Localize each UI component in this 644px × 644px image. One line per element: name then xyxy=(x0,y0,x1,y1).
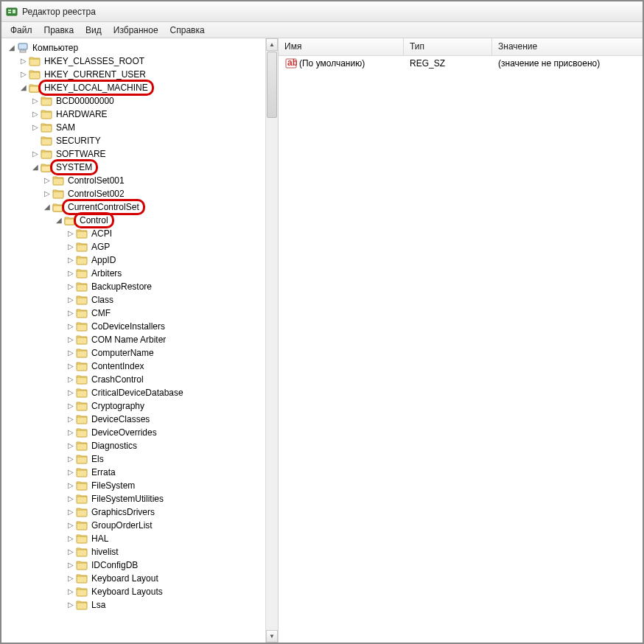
expand-toggle[interactable]: ▷ xyxy=(66,267,75,280)
expand-toggle[interactable]: ▷ xyxy=(66,572,75,585)
expand-toggle[interactable]: ▷ xyxy=(31,108,40,121)
tree-control-child[interactable]: ▷ HAL xyxy=(4,532,276,545)
scroll-up-button[interactable]: ▲ xyxy=(266,38,278,51)
tree-sam[interactable]: ▷ SAM xyxy=(4,121,276,134)
tree-control-child[interactable]: ▷ CoDeviceInstallers xyxy=(4,320,276,333)
menu-edit[interactable]: Правка xyxy=(38,24,80,37)
menu-favorites[interactable]: Избранное xyxy=(108,24,164,37)
scroll-thumb[interactable] xyxy=(267,52,277,118)
expand-toggle[interactable]: ◢ xyxy=(7,41,16,55)
column-header-type[interactable]: Тип xyxy=(404,38,492,55)
expand-toggle[interactable]: ▷ xyxy=(66,532,75,545)
tree-control-child[interactable]: ▷ BackupRestore xyxy=(4,280,276,293)
registry-tree[interactable]: ◢ Компьютер ▷ HKEY_CLASSES_ROOT ▷ HKEY_C… xyxy=(1,38,278,615)
scroll-down-button[interactable]: ▼ xyxy=(266,630,278,643)
expand-toggle[interactable]: ▷ xyxy=(31,94,40,108)
menu-view[interactable]: Вид xyxy=(80,24,108,37)
tree-control-child[interactable]: ▷ ContentIndex xyxy=(4,360,276,373)
menu-file[interactable]: Файл xyxy=(4,24,38,37)
values-list[interactable]: ab (По умолчанию) REG_SZ (значение не пр… xyxy=(279,56,643,643)
tree-control-child[interactable]: ▷ Els xyxy=(4,452,276,466)
expand-toggle[interactable]: ▷ xyxy=(66,386,75,399)
expand-toggle[interactable]: ▷ xyxy=(66,333,75,346)
expand-toggle[interactable]: ▷ xyxy=(66,545,75,559)
tree-system[interactable]: ◢ SYSTEM xyxy=(4,161,276,174)
expand-toggle[interactable]: ▷ xyxy=(66,240,75,253)
expand-toggle[interactable]: ▷ xyxy=(19,68,28,81)
expand-toggle[interactable]: ▷ xyxy=(66,320,75,333)
expand-toggle[interactable]: ▷ xyxy=(66,307,75,320)
expand-toggle[interactable]: ▷ xyxy=(66,479,75,492)
menu-help[interactable]: Справка xyxy=(164,24,211,37)
expand-toggle[interactable]: ▷ xyxy=(66,399,75,413)
tree-control-child[interactable]: ▷ hivelist xyxy=(4,545,276,559)
column-header-value[interactable]: Значение xyxy=(492,38,643,55)
tree-currentcontrolset[interactable]: ◢ CurrentControlSet xyxy=(4,200,276,214)
expand-toggle[interactable]: ◢ xyxy=(31,161,40,174)
tree-control-child[interactable]: ▷ IDConfigDB xyxy=(4,559,276,572)
tree-control-child[interactable]: ▷ ACPI xyxy=(4,227,276,240)
tree-control-child[interactable]: ▷ ComputerName xyxy=(4,346,276,360)
expand-toggle[interactable]: ▷ xyxy=(66,559,75,572)
expand-toggle[interactable]: ▷ xyxy=(66,466,75,479)
expand-toggle[interactable]: ▷ xyxy=(31,121,40,134)
tree-control-child[interactable]: ▷ AGP xyxy=(4,240,276,253)
expand-toggle[interactable]: ▷ xyxy=(43,187,52,200)
value-row[interactable]: ab (По умолчанию) REG_SZ (значение не пр… xyxy=(279,56,643,71)
tree-control-child[interactable]: ▷ Keyboard Layout xyxy=(4,572,276,585)
tree-cs002[interactable]: ▷ ControlSet002 xyxy=(4,187,276,200)
expand-toggle[interactable]: ▷ xyxy=(19,55,28,68)
expand-toggle[interactable]: ▷ xyxy=(66,227,75,240)
tree-control-child[interactable]: ▷ COM Name Arbiter xyxy=(4,333,276,346)
tree-control-child[interactable]: ▷ DeviceClasses xyxy=(4,413,276,426)
expand-toggle[interactable]: ▷ xyxy=(43,174,52,187)
expand-toggle[interactable]: ▷ xyxy=(66,519,75,532)
expand-toggle[interactable]: ▷ xyxy=(66,253,75,267)
tree-control-child[interactable]: ▷ GraphicsDrivers xyxy=(4,505,276,519)
tree-control-child[interactable]: ▷ FileSystemUtilities xyxy=(4,492,276,505)
tree-hkcr[interactable]: ▷ HKEY_CLASSES_ROOT xyxy=(4,55,276,68)
tree-control-child[interactable]: ▷ CriticalDeviceDatabase xyxy=(4,386,276,399)
tree-control-child[interactable]: ▷ GroupOrderList xyxy=(4,519,276,532)
tree-scrollbar[interactable]: ▲ ▼ xyxy=(265,38,278,643)
tree-control[interactable]: ◢ Control xyxy=(4,214,276,227)
tree-control-child[interactable]: ▷ Diagnostics xyxy=(4,439,276,452)
tree-control-child[interactable]: ▷ Class xyxy=(4,293,276,307)
tree-control-child[interactable]: ▷ FileSystem xyxy=(4,479,276,492)
expand-toggle[interactable]: ▷ xyxy=(66,280,75,293)
tree-control-child[interactable]: ▷ AppID xyxy=(4,253,276,267)
expand-toggle[interactable]: ▷ xyxy=(66,426,75,439)
tree-bcd[interactable]: ▷ BCD00000000 xyxy=(4,94,276,108)
tree-control-child[interactable]: ▷ Errata xyxy=(4,466,276,479)
tree-hklm[interactable]: ◢ HKEY_LOCAL_MACHINE xyxy=(4,81,276,94)
tree-root-computer[interactable]: ◢ Компьютер xyxy=(4,41,276,55)
tree-control-child[interactable]: ▷ CrashControl xyxy=(4,373,276,386)
expand-toggle[interactable]: ▷ xyxy=(66,585,75,598)
expand-toggle[interactable]: ▷ xyxy=(66,293,75,307)
expand-toggle[interactable]: ▷ xyxy=(66,413,75,426)
tree-control-child[interactable]: ▷ Lsa xyxy=(4,598,276,612)
tree-control-child[interactable]: ▷ Arbiters xyxy=(4,267,276,280)
expand-toggle[interactable]: ▷ xyxy=(66,505,75,519)
tree-control-child[interactable]: ▷ CMF xyxy=(4,307,276,320)
expand-toggle[interactable]: ◢ xyxy=(55,214,63,227)
expand-toggle[interactable]: ▷ xyxy=(31,147,40,161)
column-header-name[interactable]: Имя xyxy=(279,38,404,55)
tree-security[interactable]: SECURITY xyxy=(4,134,276,147)
tree-software[interactable]: ▷ SOFTWARE xyxy=(4,147,276,161)
tree-control-child[interactable]: ▷ Cryptography xyxy=(4,399,276,413)
tree-hardware[interactable]: ▷ HARDWARE xyxy=(4,108,276,121)
expand-toggle[interactable]: ▷ xyxy=(66,360,75,373)
tree-control-child[interactable]: ▷ Keyboard Layouts xyxy=(4,585,276,598)
expand-toggle[interactable]: ▷ xyxy=(66,452,75,466)
tree-cs001[interactable]: ▷ ControlSet001 xyxy=(4,174,276,187)
expand-toggle[interactable]: ▷ xyxy=(66,439,75,452)
tree-control-child[interactable]: ▷ DeviceOverrides xyxy=(4,426,276,439)
expand-toggle[interactable]: ▷ xyxy=(66,598,75,612)
expand-toggle[interactable]: ◢ xyxy=(43,200,52,214)
expand-toggle[interactable]: ▷ xyxy=(66,492,75,505)
tree-hkcu[interactable]: ▷ HKEY_CURRENT_USER xyxy=(4,68,276,81)
expand-toggle[interactable]: ▷ xyxy=(66,373,75,386)
expand-toggle[interactable]: ▷ xyxy=(66,346,75,360)
expand-toggle[interactable]: ◢ xyxy=(19,81,28,94)
